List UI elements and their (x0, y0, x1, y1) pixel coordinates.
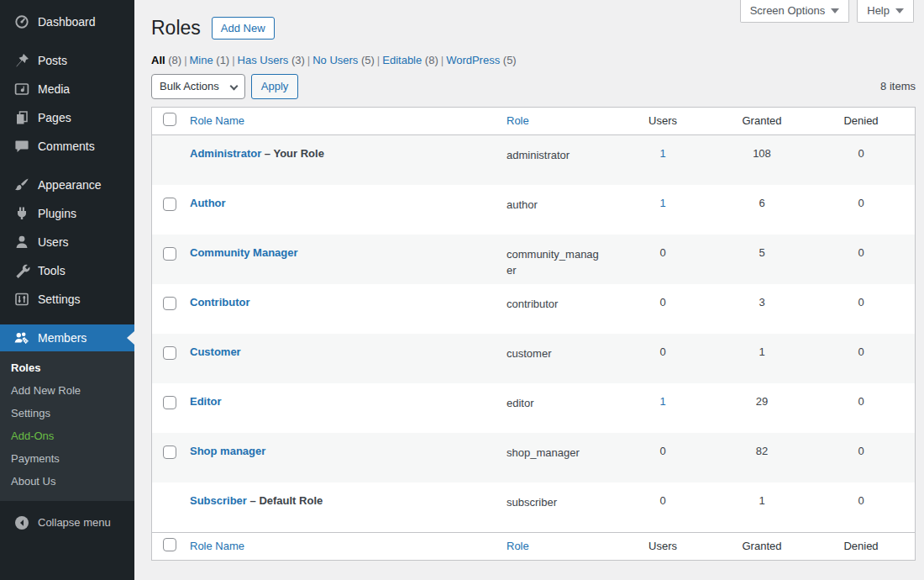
sidebar-item-dashboard[interactable]: Dashboard (0, 8, 134, 36)
sidebar-item-settings[interactable]: Settings (0, 285, 134, 314)
role-name-cell: Subscriber – Default Role (190, 494, 507, 507)
filter-count: (8) (422, 54, 438, 66)
sidebar-item-label: Users (38, 235, 69, 249)
sidebar-item-media[interactable]: Media (0, 75, 134, 103)
row-checkbox[interactable] (163, 247, 176, 261)
role-name-cell: Administrator – Your Role (190, 147, 507, 160)
role-name-link[interactable]: Author (190, 197, 226, 209)
checkbox-cell (152, 246, 190, 263)
sort-role-link[interactable]: Role (507, 114, 529, 127)
submenu-item-about-us[interactable]: About Us (0, 471, 134, 493)
granted-cell: 29 (717, 395, 816, 408)
users-count: 0 (659, 296, 665, 308)
sidebar-item-label: Settings (38, 293, 81, 306)
select-all-checkbox[interactable] (163, 113, 176, 126)
submenu-item-roles[interactable]: Roles (0, 357, 134, 380)
sliders-icon (13, 291, 30, 308)
role-slug: community_manager (507, 246, 599, 279)
role-name-link[interactable]: Contributor (190, 296, 249, 308)
sidebar-item-members[interactable]: Members (0, 324, 134, 351)
denied-cell: 0 (816, 147, 915, 160)
submenu-item-add-ons[interactable]: Add-Ons (0, 425, 134, 448)
role-name-link[interactable]: Editor (190, 395, 222, 408)
granted-cell: 5 (717, 246, 816, 259)
table-row: Shop managershop_manager0820 (152, 433, 915, 482)
role-slug: subscriber (507, 494, 557, 511)
submenu-item-settings[interactable]: Settings (0, 403, 134, 425)
denied-cell: 0 (816, 296, 915, 308)
table-body: Administrator – Your Roleadministrator11… (152, 135, 915, 532)
column-denied: Denied (816, 114, 915, 127)
users-cell: 0 (617, 296, 717, 308)
sort-role-name-link[interactable]: Role Name (190, 114, 244, 127)
screen-options-button[interactable]: Screen Options (740, 0, 850, 23)
role-slug-cell: editor (507, 395, 617, 412)
users-count-link[interactable]: 1 (659, 197, 665, 209)
role-slug: shop_manager (507, 445, 580, 461)
table-row: Community Managercommunity_manager050 (152, 235, 915, 284)
roles-table: Role Name Role Users Granted Denied Admi… (151, 107, 916, 561)
users-count-link[interactable]: 1 (659, 147, 665, 160)
users-count: 0 (659, 246, 665, 259)
filter-link[interactable]: WordPress (446, 54, 500, 66)
filter-count: (5) (500, 54, 517, 66)
sort-role-link[interactable]: Role (507, 540, 529, 552)
brush-icon (13, 177, 30, 193)
dashboard-icon (13, 13, 30, 30)
sort-role-name-link[interactable]: Role Name (190, 540, 244, 552)
collapse-menu-button[interactable]: Collapse menu (0, 509, 134, 537)
role-name-link[interactable]: Subscriber (190, 494, 247, 507)
checkbox-cell (152, 395, 190, 412)
sidebar-item-appearance[interactable]: Appearance (0, 171, 134, 199)
role-slug-cell: customer (507, 345, 617, 362)
submenu-item-payments[interactable]: Payments (0, 448, 134, 471)
filter-editable: Editable (8) (382, 54, 438, 66)
sidebar-item-pages[interactable]: Pages (0, 103, 134, 132)
filter-separator: | (305, 54, 312, 66)
row-checkbox[interactable] (163, 198, 176, 211)
role-name-link[interactable]: Shop manager (190, 445, 265, 457)
help-button[interactable]: Help (857, 0, 914, 23)
media-icon (13, 81, 30, 98)
select-all-checkbox[interactable] (163, 538, 176, 551)
apply-button[interactable]: Apply (251, 74, 299, 99)
main-content: Screen Options Help Roles Add New All (8… (134, 0, 924, 580)
sidebar-item-tools[interactable]: Tools (0, 256, 134, 285)
row-checkbox[interactable] (163, 297, 176, 310)
sidebar-item-posts[interactable]: Posts (0, 46, 134, 75)
filter-link[interactable]: Mine (190, 54, 213, 66)
column-role: Role (507, 540, 617, 552)
row-checkbox[interactable] (163, 396, 176, 409)
role-slug-cell: community_manager (507, 246, 617, 279)
sidebar-item-comments[interactable]: Comments (0, 132, 134, 161)
users-count: 0 (659, 345, 665, 358)
admin-sidebar: DashboardPostsMediaPagesCommentsAppearan… (0, 0, 134, 580)
filter-separator: | (229, 54, 237, 66)
sidebar-item-plugins[interactable]: Plugins (0, 199, 134, 228)
bulk-actions-select[interactable]: Bulk Actions (151, 74, 245, 99)
add-new-button[interactable]: Add New (212, 17, 275, 40)
role-name-link[interactable]: Customer (190, 345, 241, 358)
role-slug-cell: shop_manager (507, 445, 617, 461)
row-checkbox[interactable] (163, 446, 176, 459)
row-checkbox[interactable] (163, 346, 176, 360)
table-row: Contributorcontributor030 (152, 284, 915, 334)
users-cell: 1 (617, 147, 717, 160)
filter-count: (5) (358, 54, 375, 66)
users-cell: 0 (617, 494, 717, 507)
filter-link[interactable]: All (151, 54, 165, 66)
denied-cell: 0 (816, 445, 915, 457)
users-count-link[interactable]: 1 (659, 395, 665, 408)
role-name-link[interactable]: Community Manager (190, 246, 298, 259)
submenu-item-add-new-role[interactable]: Add New Role (0, 380, 134, 403)
role-slug: editor (507, 395, 534, 412)
column-denied: Denied (816, 540, 915, 552)
filter-link[interactable]: Editable (382, 54, 422, 66)
role-name-link[interactable]: Administrator (190, 147, 261, 160)
column-role-name: Role Name (190, 540, 507, 552)
denied-cell: 0 (816, 345, 915, 358)
filter-link[interactable]: Has Users (238, 54, 289, 66)
sidebar-item-users[interactable]: Users (0, 228, 134, 256)
pushpin-icon (13, 52, 30, 69)
filter-link[interactable]: No Users (312, 54, 358, 66)
